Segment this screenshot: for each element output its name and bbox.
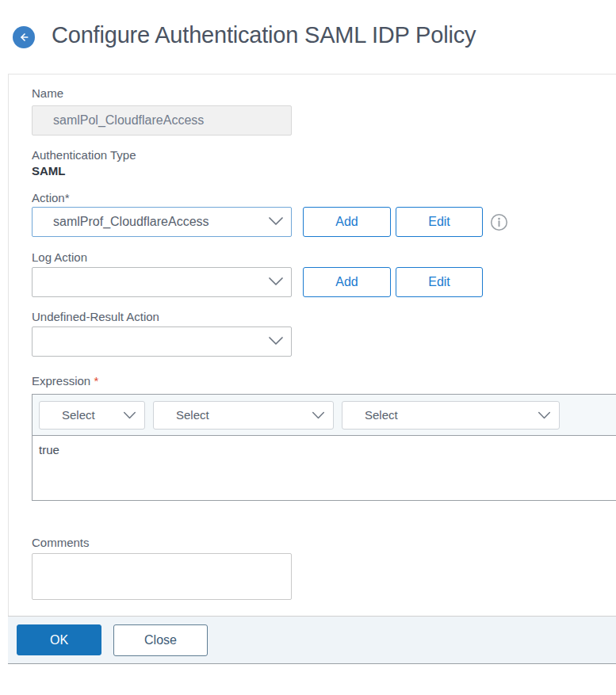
expression-label-text: Expression xyxy=(32,374,90,388)
chevron-down-icon xyxy=(268,334,284,349)
action-label: Action* xyxy=(32,190,70,205)
expression-select-1-value: Select xyxy=(62,408,95,422)
expression-select-2-value: Select xyxy=(176,408,209,422)
log-action-add-button[interactable]: Add xyxy=(303,267,391,297)
chevron-down-icon xyxy=(123,408,136,422)
page-title: Configure Authentication SAML IDP Policy xyxy=(52,22,476,48)
comments-label: Comments xyxy=(32,535,90,550)
expression-editor-toolbar: Select Select Select xyxy=(33,395,616,436)
name-label: Name xyxy=(32,86,63,101)
close-button[interactable]: Close xyxy=(113,624,208,656)
undefined-result-action-label: Undefined-Result Action xyxy=(32,309,159,324)
form-panel: Name Authentication Type SAML Action* sa… xyxy=(8,74,616,616)
expression-select-2[interactable]: Select xyxy=(153,401,334,430)
auth-type-value: SAML xyxy=(32,164,66,178)
undefined-result-action-dropdown[interactable] xyxy=(32,326,292,357)
log-action-label: Log Action xyxy=(32,250,87,265)
log-action-dropdown[interactable] xyxy=(32,267,292,297)
undefined-result-action-row xyxy=(32,326,292,357)
name-input[interactable] xyxy=(32,105,292,136)
action-bar: OK Close xyxy=(8,616,616,664)
expression-select-3[interactable]: Select xyxy=(342,401,560,430)
chevron-down-icon xyxy=(538,408,551,422)
page-header: Configure Authentication SAML IDP Policy xyxy=(0,0,616,74)
comments-input[interactable] xyxy=(32,553,292,600)
expression-label: Expression * xyxy=(32,373,98,388)
action-edit-button[interactable]: Edit xyxy=(396,207,483,237)
chevron-down-icon xyxy=(312,408,325,422)
expression-editor: Select Select Select xyxy=(32,394,616,501)
chevron-down-icon xyxy=(268,275,284,289)
arrow-left-icon xyxy=(17,31,30,44)
auth-type-label: Authentication Type xyxy=(32,147,136,162)
action-row: samlProf_CloudflareAccess Add Edit xyxy=(32,207,508,237)
expression-select-1[interactable]: Select xyxy=(39,401,145,430)
log-action-row: Add Edit xyxy=(32,267,483,297)
action-dropdown[interactable]: samlProf_CloudflareAccess xyxy=(32,207,292,237)
ok-button[interactable]: OK xyxy=(17,624,101,655)
expression-input[interactable]: true xyxy=(33,436,616,497)
required-asterisk: * xyxy=(94,374,98,388)
expression-select-3-value: Select xyxy=(365,408,398,422)
log-action-edit-button[interactable]: Edit xyxy=(396,267,483,297)
info-icon[interactable] xyxy=(490,213,508,231)
chevron-down-icon xyxy=(268,215,284,229)
back-button[interactable] xyxy=(13,26,35,48)
action-add-button[interactable]: Add xyxy=(303,207,391,237)
action-dropdown-value: samlProf_CloudflareAccess xyxy=(53,215,209,229)
